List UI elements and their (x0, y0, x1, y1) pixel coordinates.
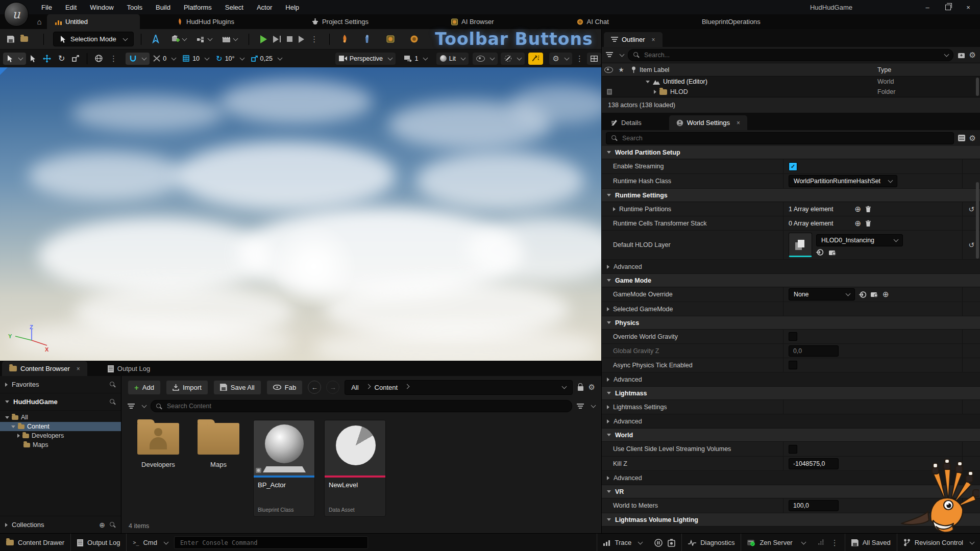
outliner-row-world[interactable]: Untitled (Editor) World (602, 77, 980, 87)
section-lightmass[interactable]: Lightmass (602, 387, 980, 400)
use-selected-icon[interactable] (859, 291, 867, 298)
section-game-mode[interactable]: Game Mode (602, 274, 980, 287)
world-coordinate-toggle[interactable] (91, 53, 106, 65)
level-viewport[interactable]: Z Y X (0, 67, 601, 361)
ticker-grid-icon[interactable] (818, 539, 825, 546)
perspective-dropdown[interactable]: Perspective (335, 53, 396, 65)
asset-card-newlevel[interactable]: NewLevel Data Asset (324, 420, 386, 517)
filter-icon[interactable] (606, 52, 613, 58)
column-item-label[interactable]: Item Label (640, 66, 669, 73)
column-type-label[interactable]: Type (877, 66, 891, 73)
tab-ai-browser[interactable]: AI Browser (443, 14, 502, 29)
kill-z-input[interactable] (789, 458, 839, 469)
home-icon[interactable]: ⌂ (32, 14, 47, 29)
screen-percentage-dropdown[interactable]: 1 (401, 53, 431, 65)
viewport-options-button[interactable]: ⋮ (572, 53, 587, 65)
breadcrumb-all[interactable]: All (351, 384, 358, 391)
scale-tool[interactable] (68, 53, 83, 65)
tab-ai-chat[interactable]: AI Chat (569, 14, 617, 29)
content-drawer-button[interactable]: Content Drawer (0, 534, 70, 551)
effects-dropdown[interactable] (501, 53, 525, 65)
search-icon[interactable] (109, 381, 116, 388)
menu-edit[interactable]: Edit (59, 0, 83, 14)
tab-untitled[interactable]: Untitled (47, 14, 140, 29)
save-all-button[interactable]: Save All (213, 380, 261, 395)
grid-snap-dropdown[interactable]: 10 (179, 53, 212, 65)
show-flags-dropdown[interactable] (473, 53, 498, 65)
back-button[interactable]: ← (308, 381, 321, 394)
lit-mode-dropdown[interactable]: Lit (436, 53, 469, 65)
gear-icon[interactable]: ⚙ (969, 51, 976, 60)
trash-icon[interactable] (865, 206, 871, 212)
enable-streaming-checkbox[interactable]: ✓ (789, 162, 797, 171)
fab-button[interactable]: Fab (266, 380, 303, 395)
menu-tools[interactable]: Tools (120, 0, 149, 14)
tab-world-settings[interactable]: World Settings × (669, 115, 747, 130)
project-row[interactable]: HudHudGame (0, 393, 121, 411)
play-button[interactable] (257, 33, 270, 46)
visibility-column-icon[interactable] (604, 67, 613, 73)
search-icon[interactable] (109, 398, 116, 405)
eject-button[interactable] (296, 33, 307, 46)
import-button[interactable]: Import (166, 380, 208, 395)
scale-snap-dropdown[interactable]: 0,25 (248, 53, 285, 65)
all-saved-button[interactable]: All Saved (845, 534, 897, 551)
viewport-settings-dropdown[interactable]: ⚙ (549, 53, 572, 65)
close-icon[interactable]: × (737, 119, 740, 127)
tree-item-all[interactable]: All (0, 413, 121, 422)
menu-actor[interactable]: Actor (250, 0, 279, 14)
tab-details[interactable]: Details (604, 115, 649, 130)
chevron-down-icon[interactable] (561, 384, 567, 389)
tab-outliner[interactable]: Outliner × (604, 32, 663, 47)
output-log-button[interactable]: Output Log (71, 534, 126, 551)
chevron-down-icon[interactable] (620, 52, 625, 57)
ai-browser-tool-button[interactable] (383, 33, 398, 46)
trash-icon[interactable] (865, 220, 871, 227)
search-icon[interactable] (109, 521, 116, 528)
runtime-hash-class-dropdown[interactable]: WorldPartitionRuntimeHashSet (789, 175, 897, 187)
gamemode-override-dropdown[interactable]: None (789, 288, 855, 300)
revision-control-dropdown[interactable]: Revision Control (897, 534, 980, 551)
tab-content-browser[interactable]: Content Browser × (2, 361, 87, 376)
use-selected-icon[interactable] (816, 249, 824, 256)
pause-circle-icon[interactable] (654, 539, 663, 547)
breadcrumb-content[interactable]: Content (375, 384, 398, 391)
play-options-button[interactable]: ⋮ (307, 33, 321, 46)
menu-platforms[interactable]: Platforms (177, 0, 218, 14)
hlod-layer-dropdown[interactable]: HLOD0_Instancing (816, 234, 903, 246)
chevron-down-icon[interactable] (142, 403, 147, 408)
menu-build[interactable]: Build (149, 0, 177, 14)
gear-icon[interactable]: ⚙ (589, 383, 595, 392)
console-command-input[interactable] (179, 539, 363, 547)
rotate-tool[interactable]: ↻ (55, 53, 68, 65)
vertical-dots-icon[interactable]: ⋮ (831, 538, 839, 547)
cmd-dropdown[interactable]: >_ Cmd (127, 534, 174, 551)
section-world[interactable]: World (602, 429, 980, 442)
tree-item-content[interactable]: Content (0, 422, 121, 431)
pin-column-icon[interactable] (631, 66, 636, 73)
content-search-input[interactable] (166, 402, 567, 410)
zen-server-dropdown[interactable]: Zen Server (741, 534, 811, 551)
menu-help[interactable]: Help (279, 0, 306, 14)
cinematics-button[interactable] (219, 33, 240, 46)
star-column-icon[interactable]: ★ (615, 66, 627, 73)
override-gravity-checkbox[interactable] (789, 332, 797, 341)
outliner-search[interactable] (628, 49, 953, 61)
world-settings-search[interactable] (606, 132, 954, 144)
outliner-row-hlod[interactable]: HLOD Folder (602, 87, 980, 97)
add-element-icon[interactable]: ⊕ (855, 205, 862, 214)
tab-project-settings[interactable]: Project Settings (304, 14, 377, 29)
component-button[interactable] (193, 33, 215, 46)
blueprints-button[interactable] (149, 33, 163, 46)
expand-icon[interactable] (613, 207, 616, 211)
surface-snapping-dropdown[interactable] (126, 53, 150, 65)
world-settings-scrollbar[interactable] (976, 182, 979, 259)
chevron-down-icon[interactable] (591, 403, 596, 408)
section-physics[interactable]: Physics (602, 316, 980, 330)
world-to-meters-input[interactable] (789, 500, 839, 511)
unreal-engine-logo[interactable]: u (4, 2, 29, 27)
sort-icon[interactable] (577, 404, 584, 409)
chevron-down-icon[interactable] (944, 52, 949, 57)
ai-chat-tool-button[interactable] (407, 33, 422, 46)
async-physics-checkbox[interactable] (789, 361, 797, 369)
